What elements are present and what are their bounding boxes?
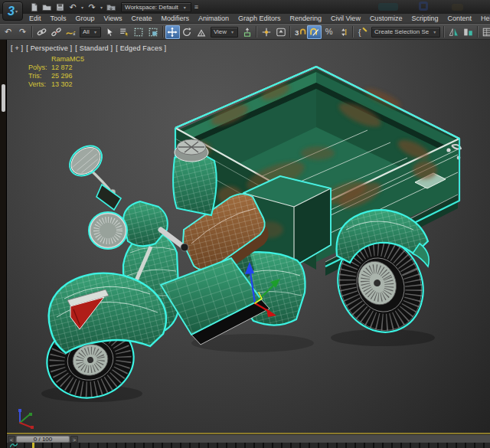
window-crossing-icon xyxy=(148,27,158,38)
workspace-caret-icon: ▾ xyxy=(182,5,188,10)
time-slider-handle[interactable]: 0 / 100 xyxy=(16,436,70,443)
undo-scene-button[interactable]: ↶ xyxy=(1,25,15,39)
menu-edit[interactable]: Edit xyxy=(24,14,46,24)
front-fender[interactable] xyxy=(38,273,166,408)
perspective-viewport[interactable]: [ + ] [ Perspective ] [ Standard ] [ Edg… xyxy=(7,40,490,434)
app-menu-caret-icon: ▾ xyxy=(15,8,18,14)
align-button[interactable] xyxy=(461,25,475,39)
open-folder-icon xyxy=(41,2,52,12)
unlink-icon xyxy=(51,27,62,38)
mini-curve-editor-icon[interactable] xyxy=(10,443,18,448)
redo-scene-button[interactable]: ↷ xyxy=(15,25,30,39)
menu-animation[interactable]: Animation xyxy=(194,14,234,24)
app-menu-button[interactable]: 3 ▾ xyxy=(2,2,23,21)
menu-civil-view[interactable]: Civil View xyxy=(326,14,365,24)
select-and-rotate-button[interactable] xyxy=(180,25,194,39)
menu-create[interactable]: Create xyxy=(126,14,156,24)
select-object-button[interactable] xyxy=(103,25,117,39)
workspace-dropdown[interactable]: Workspace: Default ▾ xyxy=(121,2,191,12)
select-and-scale-button[interactable] xyxy=(194,25,209,39)
viewport-menu-pov[interactable]: [ Perspective ] xyxy=(26,44,72,52)
layer-manager-button[interactable] xyxy=(480,25,490,39)
menu-content[interactable]: Content xyxy=(443,14,476,24)
angle-snap-toggle-button[interactable] xyxy=(307,25,322,39)
bind-to-space-warp-button[interactable] xyxy=(64,25,78,39)
mirror-button[interactable] xyxy=(446,25,461,39)
menu-graph-editors[interactable]: Graph Editors xyxy=(234,14,286,24)
selection-filter-dropdown[interactable]: All ▾ xyxy=(80,27,101,38)
select-by-name-button[interactable] xyxy=(117,25,132,39)
next-frame-button[interactable]: > xyxy=(70,436,78,443)
reference-coordinate-caret-icon: ▾ xyxy=(230,29,235,34)
stats-tris-value: 25 296 xyxy=(51,72,73,80)
snaps-toggle-button[interactable]: 3 xyxy=(292,25,307,39)
edit-named-selection-sets-button[interactable]: { xyxy=(355,25,370,39)
stats-row-tris: Tris:25 296 xyxy=(28,72,84,80)
time-slider[interactable]: < 0 / 100 > xyxy=(7,434,490,443)
toolbar-separator xyxy=(443,26,445,38)
scene-3d[interactable] xyxy=(7,40,490,434)
selection-filter-value: All xyxy=(83,28,90,35)
window-crossing-toggle-button[interactable] xyxy=(146,25,161,39)
save-icon xyxy=(55,2,65,12)
rear-wheel[interactable] xyxy=(322,210,439,347)
current-frame-marker[interactable] xyxy=(32,443,34,448)
left-dock-scroll-thumb[interactable] xyxy=(2,84,5,112)
world-axis-tripod xyxy=(18,409,34,429)
menu-bar: Edit Tools Group Views Create Modifiers … xyxy=(0,14,490,24)
stats-polys-label: Polys: xyxy=(28,64,51,72)
set-project-folder-button[interactable] xyxy=(105,2,117,13)
toolbar-separator xyxy=(352,26,354,38)
viewport-menu-shading[interactable]: [ Edged Faces ] xyxy=(116,44,166,52)
menu-rendering[interactable]: Rendering xyxy=(286,14,327,24)
save-file-button[interactable] xyxy=(54,2,66,13)
bind-space-warp-icon xyxy=(65,27,77,38)
select-cursor-icon xyxy=(105,27,115,38)
stats-verts-label: Verts: xyxy=(28,80,51,89)
svg-text:3: 3 xyxy=(295,28,299,36)
named-selection-set-dropdown[interactable]: Create Selection Se ▾ xyxy=(371,27,440,38)
mirror[interactable] xyxy=(64,139,107,181)
rectangular-selection-region-button[interactable] xyxy=(132,25,146,39)
spinner-snap-icon xyxy=(338,27,348,38)
menu-scripting[interactable]: Scripting xyxy=(407,14,443,24)
rotate-icon xyxy=(181,27,192,38)
scale-icon xyxy=(196,27,207,38)
menu-views[interactable]: Views xyxy=(100,14,127,24)
select-and-manipulate-button[interactable] xyxy=(259,25,273,39)
toolbar-options-icon[interactable]: ≡ xyxy=(194,3,198,11)
undo-button[interactable]: ↶ xyxy=(67,2,79,13)
snaps-3d-icon: 3 xyxy=(294,27,306,38)
percent-snap-toggle-button[interactable]: % xyxy=(322,25,336,39)
pivot-center-icon xyxy=(242,27,253,38)
undo-history-caret-icon[interactable]: ▾ xyxy=(80,5,85,10)
reference-coordinate-dropdown[interactable]: View ▾ xyxy=(211,27,238,38)
stats-polys-value: 12 872 xyxy=(51,64,73,71)
viewport-menu-general[interactable]: [ + ] xyxy=(11,44,23,52)
previous-frame-button[interactable]: < xyxy=(8,436,15,443)
menu-tools[interactable]: Tools xyxy=(46,14,71,24)
open-file-button[interactable] xyxy=(41,2,53,13)
workspace-label: Workspace: Default xyxy=(125,4,178,11)
redo-button[interactable]: ↷ xyxy=(86,2,98,13)
percent-snap-icon: % xyxy=(325,28,333,36)
unlink-selection-button[interactable] xyxy=(49,25,64,39)
keyboard-shortcut-override-button[interactable] xyxy=(273,25,288,39)
select-and-link-button[interactable] xyxy=(34,25,49,39)
spinner-snap-toggle-button[interactable] xyxy=(336,25,351,39)
track-bar[interactable] xyxy=(7,443,490,448)
new-scene-button[interactable] xyxy=(28,2,40,13)
toolbar-separator xyxy=(256,26,257,38)
select-and-move-button[interactable] xyxy=(165,25,180,39)
named-selection-set-value: Create Selection Se xyxy=(374,28,429,35)
stats-verts-value: 13 302 xyxy=(51,80,73,88)
menu-group[interactable]: Group xyxy=(71,14,100,24)
undo-icon: ↶ xyxy=(5,28,11,36)
redo-history-caret-icon[interactable]: ▾ xyxy=(99,5,104,10)
left-dock-scrollbar[interactable] xyxy=(0,40,7,448)
use-pivot-point-center-button[interactable] xyxy=(240,25,254,39)
viewport-menu-style[interactable]: [ Standard ] xyxy=(75,44,113,52)
menu-modifiers[interactable]: Modifiers xyxy=(156,14,194,24)
menu-customize[interactable]: Customize xyxy=(365,14,407,24)
menu-help[interactable]: Help xyxy=(476,14,490,24)
